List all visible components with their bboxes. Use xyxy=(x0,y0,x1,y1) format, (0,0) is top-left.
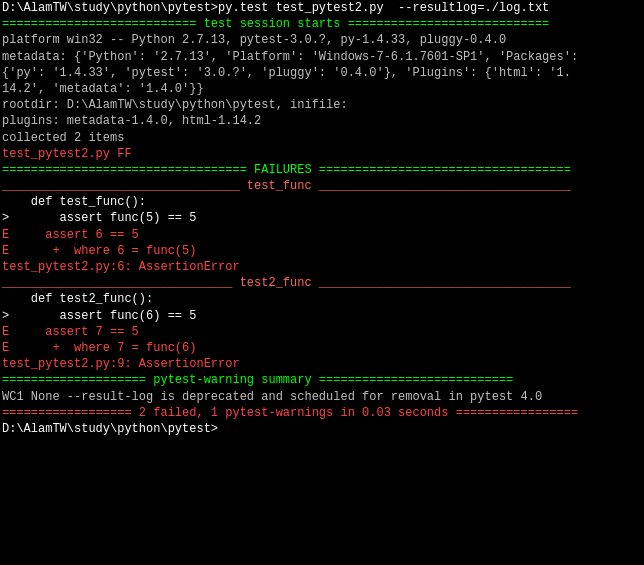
terminal-line-prompt: D:\AlamTW\study\python\pytest> xyxy=(0,421,644,437)
terminal-line-metadata3: 14.2', 'metadata': '1.4.0'}} xyxy=(0,81,644,97)
terminal-line-test-result: test_pytest2.py FF xyxy=(0,146,644,162)
terminal-line-metadata2: {'py': '1.4.33', 'pytest': '3.0.?', 'plu… xyxy=(0,65,644,81)
terminal-line-error2: E assert 7 == 5 xyxy=(0,324,644,340)
terminal-line-metadata1: metadata: {'Python': '2.7.13', 'Platform… xyxy=(0,49,644,65)
terminal-line-sep1: =========================== test session… xyxy=(0,16,644,32)
terminal-line-assert2: > assert func(6) == 5 xyxy=(0,308,644,324)
terminal-line-where2: E + where 7 = func(6) xyxy=(0,340,644,356)
terminal-line-error1: E assert 6 == 5 xyxy=(0,227,644,243)
terminal-line-location2: test_pytest2.py:9: AssertionError xyxy=(0,356,644,372)
terminal-line-where1: E + where 6 = func(5) xyxy=(0,243,644,259)
terminal-window: D:\AlamTW\study\python\pytest>py.test te… xyxy=(0,0,644,565)
terminal-line-func1-sep1: _________________________________ test_f… xyxy=(0,178,644,194)
terminal-line-func2-sep: ________________________________ test2_f… xyxy=(0,275,644,291)
terminal-line-platform: platform win32 -- Python 2.7.13, pytest-… xyxy=(0,32,644,48)
terminal-line-sep3: ==================== pytest-warning summ… xyxy=(0,372,644,388)
terminal-line-sep2: ================================== FAILU… xyxy=(0,162,644,178)
terminal-line-assert1: > assert func(5) == 5 xyxy=(0,210,644,226)
terminal-line-location1: test_pytest2.py:6: AssertionError xyxy=(0,259,644,275)
terminal-line-warning1: WC1 None --result-log is deprecated and … xyxy=(0,389,644,405)
terminal-line-collected: collected 2 items xyxy=(0,130,644,146)
terminal-line-def1: def test_func(): xyxy=(0,194,644,210)
terminal-line-rootdir: rootdir: D:\AlamTW\study\python\pytest, … xyxy=(0,97,644,113)
terminal-output: D:\AlamTW\study\python\pytest>py.test te… xyxy=(0,0,644,437)
terminal-line-sep4: ================== 2 failed, 1 pytest-wa… xyxy=(0,405,644,421)
terminal-line-def2: def test2_func(): xyxy=(0,291,644,307)
terminal-line-cmd-line: D:\AlamTW\study\python\pytest>py.test te… xyxy=(0,0,644,16)
terminal-line-plugins: plugins: metadata-1.4.0, html-1.14.2 xyxy=(0,113,644,129)
